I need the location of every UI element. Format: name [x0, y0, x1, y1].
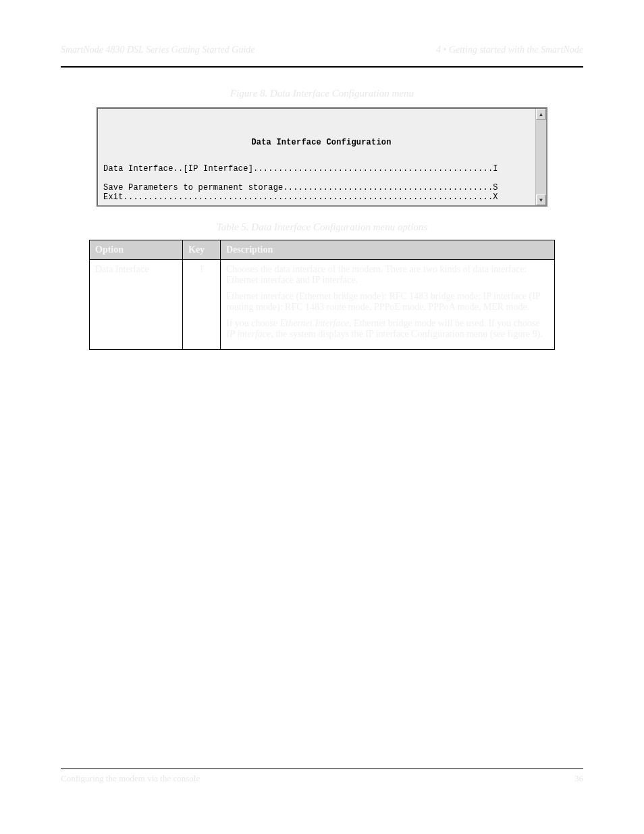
- header-chapter-title: 4 • Getting started with the SmartNode: [436, 45, 583, 55]
- header-document-title: SmartNode 4830 DSL Series Getting Starte…: [61, 45, 255, 55]
- footer-page-number: 36: [574, 773, 583, 784]
- page: SmartNode 4830 DSL Series Getting Starte…: [0, 0, 644, 834]
- options-table: Option Key Description Data Interface I …: [89, 240, 555, 350]
- terminal-body: Data Interface Configuration Data Interf…: [97, 107, 547, 207]
- scroll-down-icon[interactable]: ▼: [536, 194, 546, 205]
- scroll-up-icon[interactable]: ▲: [536, 109, 546, 120]
- table-caption: Table 5. Data Interface Configuration me…: [61, 221, 583, 233]
- footer: Configuring the modem via the console 36: [61, 768, 583, 784]
- th-description: Description: [221, 240, 555, 260]
- cell-key: I: [183, 260, 221, 350]
- terminal-screenshot: Data Interface Configuration Data Interf…: [97, 107, 547, 207]
- terminal-line-data-interface: Data Interface..[IP Interface]..........…: [103, 164, 498, 174]
- th-option: Option: [90, 240, 183, 260]
- terminal-line-exit: Exit....................................…: [103, 192, 498, 202]
- desc-para-3: If you choose Ethernet Interface, Ethern…: [226, 318, 549, 340]
- footer-section-title: Configuring the modem via the console: [61, 773, 200, 784]
- figure-caption: Figure 8. Data Interface Configuration m…: [61, 88, 583, 99]
- desc-para-1: Chooses the data interface of the modem.…: [226, 264, 549, 286]
- terminal-line-save-params: Save Parameters to permanent storage....…: [103, 183, 498, 192]
- header-rule: SmartNode 4830 DSL Series Getting Starte…: [61, 41, 583, 68]
- desc-para-2: Ethernet interface (Ethernet bridge mode…: [226, 291, 549, 313]
- scrollbar[interactable]: ▲ ▼: [535, 109, 546, 205]
- table-row: Data Interface I Chooses the data interf…: [90, 260, 555, 350]
- cell-option: Data Interface: [90, 260, 183, 350]
- cell-description: Chooses the data interface of the modem.…: [221, 260, 555, 350]
- th-key: Key: [183, 240, 221, 260]
- terminal-title: Data Interface Configuration: [103, 138, 539, 148]
- table-header-row: Option Key Description: [90, 240, 555, 260]
